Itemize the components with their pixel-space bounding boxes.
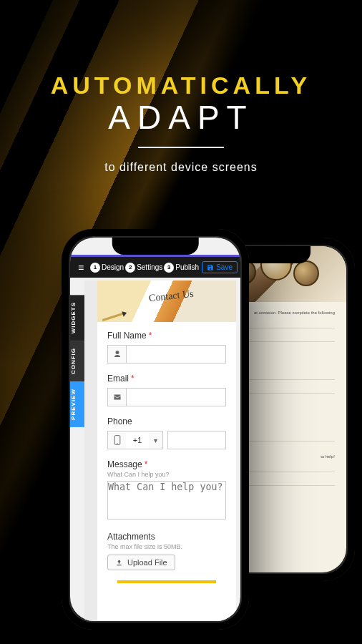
step-design[interactable]: 1 Design xyxy=(90,263,124,273)
hero-script-text: Contact Us xyxy=(148,288,194,304)
message-textarea[interactable] xyxy=(107,481,226,519)
svg-point-1 xyxy=(117,443,117,444)
builder-topbar: ≡ 1 Design 2 Settings 3 Publish Save xyxy=(70,255,240,278)
headline-divider xyxy=(138,147,224,148)
upload-file-button[interactable]: Upload File xyxy=(107,555,175,570)
tab-widgets[interactable]: WIDGETS xyxy=(70,295,84,341)
step-publish[interactable]: 3 Publish xyxy=(164,263,199,273)
attachments-hint: The max file size is 50MB. xyxy=(107,543,226,550)
tab-preview[interactable]: PREVIEW xyxy=(70,381,84,427)
field-email: Email* xyxy=(107,374,226,406)
step-label: Publish xyxy=(175,263,199,271)
chevron-down-icon[interactable]: ▾ xyxy=(149,431,163,449)
step-label: Design xyxy=(102,263,124,271)
headline-line2: ADAPT xyxy=(0,98,362,137)
person-icon xyxy=(107,345,126,364)
form-hero-image: Contact Us xyxy=(97,280,236,322)
full-name-input[interactable] xyxy=(126,345,226,364)
phone-notch xyxy=(112,238,199,255)
field-phone: Phone +1 ▾ xyxy=(107,416,226,449)
email-input[interactable] xyxy=(126,388,226,406)
field-message: Message* What Can I help you? xyxy=(107,459,226,522)
headline-line1: AUTOMATICALLY xyxy=(0,72,362,99)
headline-sub: to different device screens xyxy=(0,161,362,174)
field-attachments: Attachments The max file size is 50MB. U… xyxy=(107,532,226,570)
message-placeholder-hint: What Can I help you? xyxy=(107,471,226,478)
save-icon xyxy=(207,264,214,271)
upload-icon xyxy=(115,559,123,567)
phone-label: Phone xyxy=(107,416,132,426)
hamburger-menu-icon[interactable]: ≡ xyxy=(73,262,89,273)
field-full-name: Full Name* xyxy=(107,331,226,364)
envelope-icon xyxy=(107,388,126,406)
message-label: Message* xyxy=(107,459,147,469)
front-screen: ≡ 1 Design 2 Settings 3 Publish Save WID… xyxy=(70,238,240,621)
phone-country-code[interactable]: +1 xyxy=(126,431,149,449)
phone-device-icon xyxy=(107,431,126,449)
tab-config[interactable]: CONFIG xyxy=(70,341,84,381)
email-label: Email* xyxy=(107,374,134,384)
canvas-gutter xyxy=(84,280,97,621)
side-tabs: WIDGETS CONFIG PREVIEW xyxy=(70,295,84,427)
save-button[interactable]: Save xyxy=(202,261,238,273)
phone-mockup-front: ≡ 1 Design 2 Settings 3 Publish Save WID… xyxy=(62,229,249,630)
attachments-label: Attachments xyxy=(107,532,155,542)
step-settings[interactable]: 2 Settings xyxy=(125,263,162,273)
step-label: Settings xyxy=(137,263,162,271)
accent-bar xyxy=(117,580,216,583)
form-canvas: Contact Us Full Name* Email* xyxy=(97,280,236,621)
phone-input[interactable] xyxy=(167,431,226,449)
pencil-icon xyxy=(102,312,125,321)
full-name-label: Full Name* xyxy=(107,331,152,341)
headline: AUTOMATICALLY ADAPT to different device … xyxy=(0,0,362,174)
